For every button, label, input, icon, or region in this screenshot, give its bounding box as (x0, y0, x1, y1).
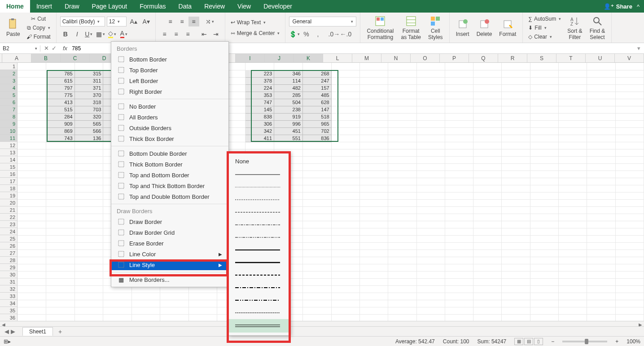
cell-K36[interactable] (302, 314, 331, 321)
cell-N2[interactable] (388, 70, 416, 77)
cell-A3[interactable] (18, 77, 46, 84)
row-header-19[interactable]: 19 (0, 192, 18, 199)
cell-B21[interactable] (46, 206, 74, 214)
cell-U11[interactable] (587, 135, 615, 142)
cell-T17[interactable] (558, 178, 587, 185)
cell-P14[interactable] (445, 156, 473, 163)
cell-Q14[interactable] (473, 156, 502, 163)
row-header-33[interactable]: 33 (0, 293, 18, 300)
row-header-15[interactable]: 15 (0, 163, 18, 171)
cell-V6[interactable] (615, 99, 644, 106)
cell-T26[interactable] (558, 242, 587, 250)
cell-U10[interactable] (587, 127, 615, 135)
cell-D36[interactable] (103, 314, 132, 321)
cell-I9[interactable]: 306 (245, 120, 274, 127)
cell-P7[interactable] (445, 106, 473, 113)
cell-Q35[interactable] (473, 307, 502, 314)
sheet-tab-1[interactable]: Sheet1 (22, 327, 53, 336)
menu-item-thick-box-border[interactable]: Thick Box Border (111, 133, 228, 144)
cell-O28[interactable] (416, 257, 445, 264)
cell-T33[interactable] (558, 293, 587, 300)
cell-A1[interactable] (18, 63, 46, 70)
cell-V32[interactable] (615, 285, 644, 293)
cell-A12[interactable] (18, 142, 46, 149)
align-top-icon[interactable]: ≡ (165, 17, 176, 26)
cell-S12[interactable] (530, 142, 558, 149)
cell-T24[interactable] (558, 228, 587, 235)
cell-L26[interactable] (331, 242, 359, 250)
cell-K29[interactable] (302, 264, 331, 271)
cell-T6[interactable] (558, 99, 587, 106)
tab-data[interactable]: Data (172, 0, 198, 13)
col-header-K[interactable]: K (294, 54, 323, 62)
cell-I7[interactable]: 145 (245, 106, 274, 113)
row-header-27[interactable]: 27 (0, 250, 18, 257)
cell-V27[interactable] (615, 250, 644, 257)
cell-I3[interactable]: 378 (245, 77, 274, 84)
cell-B17[interactable] (46, 178, 74, 185)
cell-S7[interactable] (530, 106, 558, 113)
cell-P3[interactable] (445, 77, 473, 84)
cell-B20[interactable] (46, 199, 74, 206)
cell-K27[interactable] (302, 250, 331, 257)
cell-B12[interactable] (46, 142, 74, 149)
cell-R3[interactable] (502, 77, 530, 84)
cell-A20[interactable] (18, 199, 46, 206)
cell-A8[interactable] (18, 113, 46, 120)
cell-U31[interactable] (587, 278, 615, 285)
col-header-P[interactable]: P (440, 54, 469, 62)
cell-A32[interactable] (18, 285, 46, 293)
cell-P1[interactable] (445, 63, 473, 70)
cell-K34[interactable] (302, 300, 331, 307)
cell-C25[interactable] (74, 235, 103, 242)
cell-T35[interactable] (558, 307, 587, 314)
col-header-S[interactable]: S (527, 54, 556, 62)
cell-P26[interactable] (445, 242, 473, 250)
cell-Q36[interactable] (473, 314, 502, 321)
cell-A24[interactable] (18, 228, 46, 235)
cell-T30[interactable] (558, 271, 587, 278)
cell-Q9[interactable] (473, 120, 502, 127)
cell-Q1[interactable] (473, 63, 502, 70)
cell-N7[interactable] (388, 106, 416, 113)
cell-C22[interactable] (74, 214, 103, 221)
cell-Q24[interactable] (473, 228, 502, 235)
row-header-7[interactable]: 7 (0, 106, 18, 113)
cell-U14[interactable] (587, 156, 615, 163)
cell-R12[interactable] (502, 142, 530, 149)
cell-M22[interactable] (359, 214, 388, 221)
cell-M23[interactable] (359, 221, 388, 228)
cell-V29[interactable] (615, 264, 644, 271)
cell-C16[interactable] (74, 171, 103, 178)
accept-formula-icon[interactable]: ✓ (52, 45, 57, 52)
line-style-option-8[interactable] (229, 256, 290, 269)
cell-M33[interactable] (359, 293, 388, 300)
cell-K35[interactable] (302, 307, 331, 314)
cell-B5[interactable]: 775 (46, 92, 74, 99)
cell-K31[interactable] (302, 278, 331, 285)
zoom-level[interactable]: 100% (626, 338, 640, 345)
cell-R27[interactable] (502, 250, 530, 257)
cell-A14[interactable] (18, 156, 46, 163)
cell-P33[interactable] (445, 293, 473, 300)
cell-A25[interactable] (18, 235, 46, 242)
cell-U13[interactable] (587, 149, 615, 156)
cell-L35[interactable] (331, 307, 359, 314)
cell-N29[interactable] (388, 264, 416, 271)
cell-A27[interactable] (18, 250, 46, 257)
cell-U18[interactable] (587, 185, 615, 192)
cell-K8[interactable]: 518 (302, 113, 331, 120)
row-header-29[interactable]: 29 (0, 264, 18, 271)
cell-M5[interactable] (359, 92, 388, 99)
cell-M27[interactable] (359, 250, 388, 257)
cell-M29[interactable] (359, 264, 388, 271)
cell-C27[interactable] (74, 250, 103, 257)
cell-P16[interactable] (445, 171, 473, 178)
cell-K23[interactable] (302, 221, 331, 228)
row-header-3[interactable]: 3 (0, 77, 18, 84)
increase-font-icon[interactable]: A▴ (128, 17, 139, 26)
cell-B29[interactable] (46, 264, 74, 271)
cell-A10[interactable] (18, 127, 46, 135)
currency-icon[interactable]: 💲▾ (289, 29, 300, 39)
cell-C14[interactable] (74, 156, 103, 163)
